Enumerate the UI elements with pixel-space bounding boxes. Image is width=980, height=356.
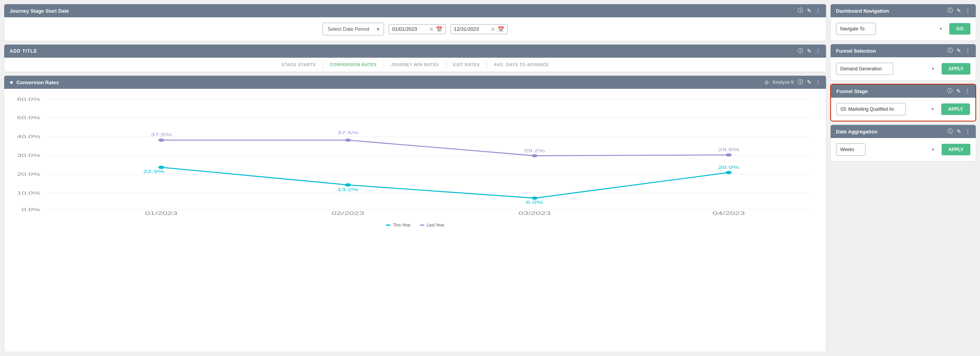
- svg-point-21: [726, 153, 732, 156]
- start-date-calendar-icon[interactable]: 📅: [436, 26, 442, 32]
- svg-text:60.0%: 60.0%: [17, 96, 40, 101]
- more-icon[interactable]: ⋮: [815, 8, 821, 14]
- funnel-sel-more-icon[interactable]: ⋮: [965, 48, 970, 54]
- start-date-clear-icon[interactable]: ✕: [429, 27, 434, 32]
- chart-more-icon[interactable]: ⋮: [815, 79, 821, 85]
- funnel-sel-edit-icon[interactable]: ✎: [957, 48, 961, 54]
- funnel-selection-header: Funnel Selection ⓘ ✎ ⋮: [831, 44, 976, 57]
- funnel-stage-apply-button[interactable]: APPLY: [941, 103, 970, 115]
- legend-last-year: Last Year: [420, 223, 444, 227]
- add-title-more-icon[interactable]: ⋮: [815, 48, 821, 54]
- start-date-group: ✕ 📅: [389, 24, 446, 34]
- tab-conversion-rates[interactable]: CONVERSION RATES: [323, 61, 384, 68]
- journey-card: Journey Stage Start Date ⓘ ✎ ⋮ Select Da…: [4, 4, 826, 41]
- chart-card: ● Conversion Rates ◎ Analyze It ⓘ ✎ ⋮ 60…: [4, 75, 826, 352]
- legend-this-year: This Year: [386, 223, 411, 227]
- end-date-calendar-icon[interactable]: 📅: [498, 26, 504, 32]
- funnel-select[interactable]: Demand Generation: [836, 63, 893, 75]
- funnel-selection-card: Funnel Selection ⓘ ✎ ⋮ Demand Generation…: [830, 44, 976, 81]
- funnel-stage-edit-icon[interactable]: ✎: [956, 88, 961, 94]
- svg-point-19: [345, 138, 351, 141]
- date-agg-more-icon[interactable]: ⋮: [965, 128, 970, 135]
- funnel-stage-body: 03: Marketing Qualified Ac APPLY: [831, 98, 975, 121]
- svg-text:50.0%: 50.0%: [17, 115, 40, 120]
- svg-point-18: [158, 138, 164, 141]
- analyze-it-icon[interactable]: ◎: [765, 80, 768, 85]
- chart-title: Conversion Rates: [17, 80, 59, 85]
- chart-bullet-icon: ●: [10, 79, 13, 86]
- svg-text:04/2023: 04/2023: [713, 211, 745, 215]
- dashboard-nav-info-icon[interactable]: ⓘ: [947, 7, 953, 14]
- right-panel: Dashboard Navigation ⓘ ✎ ⋮ Navigate To G…: [830, 4, 976, 352]
- date-agg-info-icon[interactable]: ⓘ: [947, 128, 953, 135]
- go-button[interactable]: Go: [949, 23, 970, 35]
- funnel-stage-card: Funnel Stage ⓘ ✎ ⋮ 03: Marketing Qualifi…: [830, 84, 976, 121]
- journey-card-header: Journey Stage Start Date ⓘ ✎ ⋮: [4, 4, 826, 17]
- tab-stage-starts[interactable]: STAGE STARTS: [275, 61, 323, 68]
- funnel-stage-title: Funnel Stage: [836, 88, 868, 94]
- legend-last-year-label: Last Year: [427, 223, 444, 227]
- svg-point-20: [531, 154, 538, 157]
- start-date-input[interactable]: [392, 26, 427, 32]
- funnel-select-wrapper: Demand Generation: [836, 63, 938, 75]
- svg-text:03/2023: 03/2023: [518, 211, 551, 215]
- chart-info-icon[interactable]: ⓘ: [798, 79, 803, 86]
- journey-card-icons: ⓘ ✎ ⋮: [798, 7, 821, 14]
- svg-text:20.0%: 20.0%: [718, 165, 739, 170]
- end-date-clear-icon[interactable]: ✕: [491, 27, 495, 32]
- chart-header-icons: ◎ Analyze It ⓘ ✎ ⋮: [765, 79, 821, 86]
- left-panel: Journey Stage Start Date ⓘ ✎ ⋮ Select Da…: [4, 4, 826, 352]
- chart-header-left: ● Conversion Rates: [10, 79, 59, 86]
- dashboard-nav-more-icon[interactable]: ⋮: [965, 8, 970, 14]
- svg-text:29.6%: 29.6%: [718, 147, 739, 151]
- date-aggregation-icons: ⓘ ✎ ⋮: [947, 128, 970, 135]
- funnel-stage-select-wrapper: 03: Marketing Qualified Ac: [836, 103, 937, 115]
- tab-avg-days[interactable]: AVG. DAYS TO ADVANCE: [487, 61, 556, 68]
- edit-icon[interactable]: ✎: [807, 8, 811, 14]
- date-aggregation-header: Date Aggregation ⓘ ✎ ⋮: [831, 125, 976, 138]
- dashboard-nav-icons: ⓘ ✎ ⋮: [947, 7, 970, 14]
- svg-text:02/2023: 02/2023: [332, 211, 364, 215]
- date-aggregation-card: Date Aggregation ⓘ ✎ ⋮ Weeks Apply: [830, 125, 976, 161]
- tab-exit-rates[interactable]: EXIT RATES: [446, 61, 487, 68]
- dashboard-nav-title: Dashboard Navigation: [836, 8, 889, 14]
- navigate-to-wrapper: Navigate To: [836, 23, 945, 35]
- svg-text:0.0%: 0.0%: [22, 207, 40, 212]
- analyze-it-label[interactable]: Analyze It: [772, 80, 794, 85]
- legend-this-year-label: This Year: [393, 223, 411, 227]
- funnel-sel-info-icon[interactable]: ⓘ: [947, 47, 953, 54]
- dashboard-nav-edit-icon[interactable]: ✎: [957, 8, 961, 14]
- tab-journey-win-rates[interactable]: JOURNEY WIN RATES: [384, 61, 446, 68]
- dashboard-nav-body: Navigate To Go: [831, 17, 976, 40]
- svg-text:13.2%: 13.2%: [337, 187, 358, 191]
- funnel-apply-button[interactable]: APPLY: [942, 63, 970, 75]
- svg-point-27: [345, 183, 351, 186]
- chart-legend: This Year Last Year: [4, 220, 826, 232]
- date-agg-apply-button[interactable]: Apply: [942, 144, 970, 155]
- date-agg-edit-icon[interactable]: ✎: [957, 128, 961, 135]
- svg-text:20.0%: 20.0%: [17, 171, 40, 176]
- date-period-select[interactable]: Select Date Period: [323, 23, 384, 35]
- funnel-stage-info-icon[interactable]: ⓘ: [947, 88, 952, 95]
- svg-text:10.0%: 10.0%: [17, 190, 40, 195]
- funnel-stage-more-icon[interactable]: ⋮: [965, 88, 970, 94]
- chart-header: ● Conversion Rates ◎ Analyze It ⓘ ✎ ⋮: [4, 76, 826, 89]
- end-date-input[interactable]: [454, 26, 488, 32]
- funnel-stage-header: Funnel Stage ⓘ ✎ ⋮: [831, 85, 975, 98]
- svg-text:29.2%: 29.2%: [524, 148, 545, 153]
- date-agg-select[interactable]: Weeks: [836, 143, 866, 156]
- add-title-info-icon[interactable]: ⓘ: [798, 48, 803, 55]
- funnel-stage-icons: ⓘ ✎ ⋮: [947, 88, 970, 95]
- date-agg-select-wrapper: Weeks: [836, 143, 938, 156]
- funnel-selection-title: Funnel Selection: [836, 48, 876, 54]
- svg-text:01/2023: 01/2023: [145, 211, 177, 215]
- funnel-stage-select[interactable]: 03: Marketing Qualified Ac: [836, 103, 906, 115]
- info-icon[interactable]: ⓘ: [798, 7, 803, 14]
- chart-container: 60.0% 50.0% 40.0% 30.0% 20.0% 10.0% 0.0%: [4, 89, 826, 220]
- add-title-icons: ⓘ ✎ ⋮: [798, 48, 821, 55]
- add-title-edit-icon[interactable]: ✎: [807, 48, 811, 54]
- svg-text:37.5%: 37.5%: [337, 131, 358, 135]
- journey-card-title: Journey Stage Start Date: [10, 8, 69, 14]
- navigate-to-select[interactable]: Navigate To: [836, 23, 876, 35]
- chart-edit-icon[interactable]: ✎: [807, 79, 811, 85]
